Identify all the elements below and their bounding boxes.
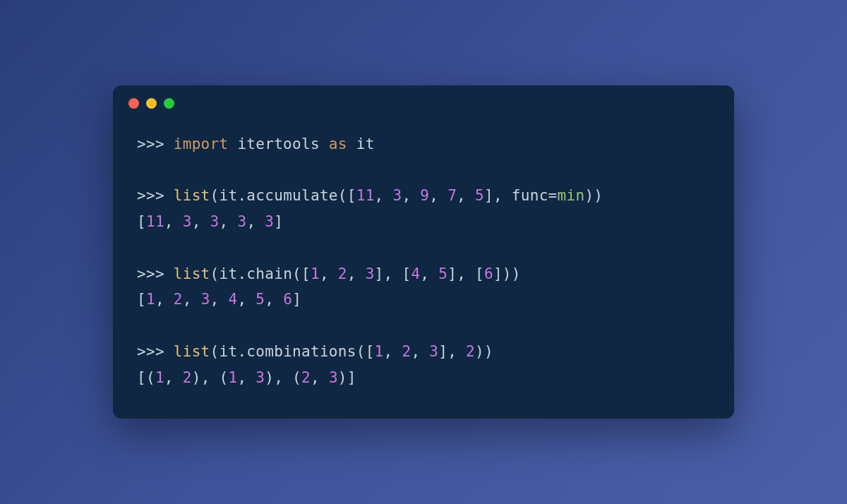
prompt: >>> (137, 265, 174, 282)
terminal-window: >>> import itertools as it >>> list(it.a… (113, 85, 734, 419)
arg-min: min (558, 187, 585, 204)
output-accumulate: [11, 3, 3, 3, 3] (137, 209, 710, 235)
method-chain: chain (246, 265, 292, 282)
maximize-icon[interactable] (164, 98, 174, 109)
output-combinations: [(1, 2), (1, 3), (2, 3)] (137, 365, 710, 391)
prompt: >>> (137, 343, 174, 360)
keyword-as: as (329, 136, 347, 152)
blank-line (137, 157, 710, 184)
terminal-content: >>> import itertools as it >>> list(it.a… (113, 114, 734, 419)
alias: it (356, 136, 375, 152)
minimize-icon[interactable] (146, 98, 157, 109)
code-line-import: >>> import itertools as it (137, 131, 710, 157)
builtin-list: list (174, 343, 210, 360)
keyword-import: import (174, 136, 229, 152)
blank-line (137, 313, 710, 339)
close-icon[interactable] (128, 98, 139, 109)
builtin-list: list (174, 265, 210, 282)
titlebar (113, 85, 734, 114)
code-line-combinations: >>> list(it.combinations([1, 2, 3], 2)) (137, 339, 710, 365)
method-accumulate: accumulate (246, 187, 337, 204)
code-line-accumulate: >>> list(it.accumulate([11, 3, 9, 7, 5],… (137, 183, 710, 209)
builtin-list: list (174, 187, 210, 204)
method-combinations: combinations (246, 343, 356, 360)
module-name: itertools (237, 136, 320, 152)
output-chain: [1, 2, 3, 4, 5, 6] (137, 287, 710, 313)
code-line-chain: >>> list(it.chain([1, 2, 3], [4, 5], [6]… (137, 261, 710, 287)
blank-line (137, 235, 710, 261)
prompt: >>> (137, 136, 174, 152)
prompt: >>> (137, 187, 174, 204)
